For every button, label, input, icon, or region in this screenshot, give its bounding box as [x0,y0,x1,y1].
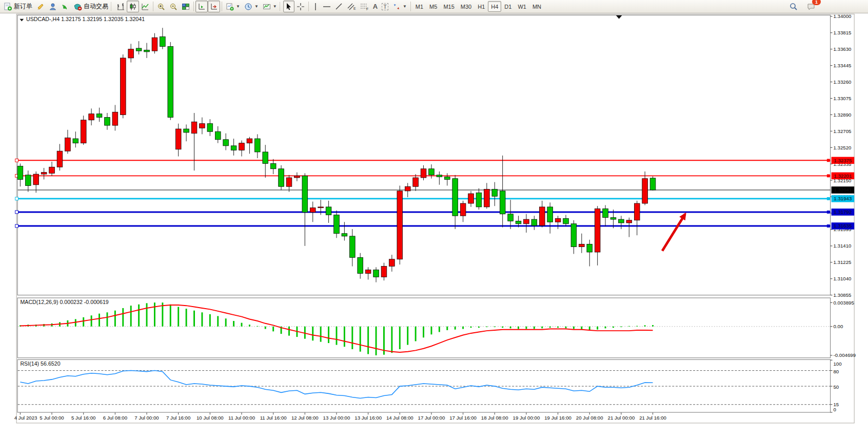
toolbar-grip [111,2,113,11]
timeframe-button-h4[interactable]: H4 [488,1,501,12]
candle-body [33,174,39,185]
bar-chart-button[interactable] [114,1,127,12]
price-axis-label: 1.33445 [833,63,851,68]
candle-body [508,214,514,221]
candle-body [286,178,292,186]
zoom-out-button[interactable] [167,1,180,12]
hline-handle[interactable] [15,159,18,162]
candle-body [619,219,624,223]
candlestick-chart-button[interactable] [127,1,139,12]
timeframe-button-m5[interactable]: M5 [426,1,440,12]
rsi-label: RSI(14) 56.6520 [20,360,60,367]
zoom-in-icon [157,3,165,11]
price-axis-label: 1.33815 [833,30,851,35]
candle-body [128,49,134,58]
toolbar-separator [153,2,153,11]
hline-handle[interactable] [827,197,830,200]
market-button[interactable] [47,1,59,12]
publisher-button[interactable] [34,1,47,12]
candle-body [555,218,561,222]
periods-button[interactable]: ▼ [242,1,261,12]
candle-body [73,139,78,143]
candle-body [112,112,118,125]
channel-icon: E [347,3,356,11]
tile-windows-button[interactable] [180,1,192,12]
crosshair-icon [297,3,305,11]
hline-handle[interactable] [827,174,830,177]
candle-body [460,203,466,216]
line-chart-icon [141,3,149,11]
candle-body [610,218,616,219]
crosshair-button[interactable] [294,1,307,12]
timeframe-button-h1[interactable]: H1 [475,1,488,12]
toolbar-separator [193,2,194,11]
candle-body [634,203,640,220]
auto-trading-button[interactable]: 自动交易 [71,1,110,12]
candle-body [239,143,245,150]
horizontal-line-button[interactable] [321,1,333,12]
text-button[interactable]: A [371,1,380,12]
chevron-down-icon: ▼ [403,4,407,9]
time-axis-label: 20 Jul 08:00 [576,415,603,421]
candle-body [421,169,426,178]
time-axis-label: 7 Jul 00:00 [134,415,159,421]
candle-body [626,220,632,223]
zoom-in-button[interactable] [155,1,167,12]
trendline-button[interactable] [333,1,345,12]
equidistant-channel-button[interactable]: E [345,1,358,12]
candle-body [255,139,261,152]
time-axis-label: 17 Jul 16:00 [449,415,477,421]
time-axis-label: 21 Jul 00:00 [608,415,635,421]
main-price-pane[interactable] [17,15,831,295]
candle-body [389,259,395,267]
text-label-button[interactable]: T [380,1,390,12]
svg-text:F: F [366,7,368,11]
fibonacci-button[interactable]: F [358,1,371,12]
timeframe-button-mn[interactable]: MN [529,1,544,12]
hline-handle[interactable] [827,211,830,214]
candle-body [381,267,387,277]
timeframe-button-m15[interactable]: M15 [440,1,457,12]
timeframe-button-w1[interactable]: W1 [515,1,529,12]
price-tag-label: 1.32375 [834,158,852,163]
notifications-button[interactable]: 1 [805,1,818,12]
hline-handle[interactable] [827,224,830,227]
candle-body [49,167,55,173]
signals-button[interactable] [59,1,71,12]
candle-body [96,114,102,118]
vertical-line-button[interactable] [310,1,321,12]
hline-handle[interactable] [15,224,18,227]
line-chart-button[interactable] [139,1,151,12]
cursor-button[interactable] [283,1,294,12]
timeframe-button-d1[interactable]: D1 [501,1,515,12]
auto-scroll-button[interactable] [208,1,220,12]
hline-handle[interactable] [15,197,18,200]
chart-shift-button[interactable] [195,1,208,12]
hline-handle[interactable] [827,159,830,162]
price-axis-label: 1.31410 [833,243,852,249]
auto-trading-icon [73,3,82,11]
search-button[interactable] [787,1,800,12]
candle-body [468,194,474,203]
timeframe-button-m1[interactable]: M1 [412,1,426,12]
arrows-button[interactable]: ▼ [390,1,409,12]
candle-body [444,177,450,179]
cursor-icon [285,3,292,11]
toolbar-separator [410,2,411,11]
candle-body [342,234,347,236]
hline-handle[interactable] [15,211,18,214]
candle-body [120,58,126,115]
candle-body [587,244,593,252]
timeframe-button-m30[interactable]: M30 [458,1,475,12]
new-order-button[interactable]: 新订单 [2,1,34,12]
candle-body [81,120,86,143]
candle-body [531,219,537,225]
text-icon: A [373,3,378,10]
candlestick-chart-icon [129,3,137,11]
indicators-button[interactable]: ▼ [261,1,279,12]
candle-body [365,270,371,274]
new-chart-button[interactable]: ▼ [224,1,242,12]
time-axis-label: 21 Jul 16:00 [639,415,666,421]
candle-body [579,244,584,246]
megaphone-icon [36,3,45,11]
